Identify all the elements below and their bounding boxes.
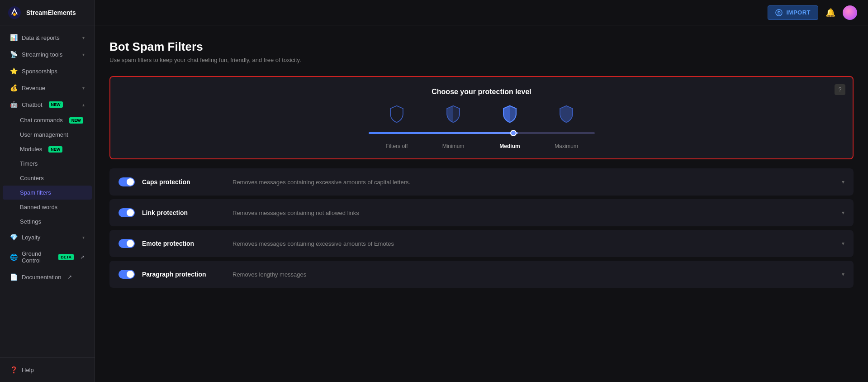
chevron-down-icon: ▾ [842,179,844,185]
topbar: IMPORT 🔔 [95,0,868,25]
svg-point-1 [13,13,16,16]
emote-protection-desc: Removes messages containing excessive am… [232,240,842,247]
coin-icon: 💰 [10,84,17,91]
chat-commands-badge: NEW [69,117,83,124]
sidebar-item-timers[interactable]: Timers [3,157,92,171]
sidebar-bottom: ❓ Help [0,357,95,382]
shield-filters-off[interactable] [388,105,406,123]
page-subtitle: Use spam filters to keep your chat feeli… [109,57,854,63]
sidebar-label-chatbot: Chatbot [22,101,43,108]
sidebar-label-modules: Modules [20,146,42,153]
protection-levels: Filters off Minimum Medium Maximum [125,105,838,149]
sidebar-label-timers: Timers [20,160,38,167]
chevron-icon: ▴ [82,102,85,107]
caps-protection-toggle[interactable] [119,177,135,186]
help-icon: ❓ [10,366,17,373]
main-content: IMPORT 🔔 Bot Spam Filters Use spam filte… [95,0,868,382]
shields-row [369,105,595,123]
paragraph-protection-toggle[interactable] [119,270,135,279]
filter-row-link[interactable]: Link protection Removes messages contain… [109,199,854,226]
link-protection-desc: Removes messages containing not allowed … [232,210,842,216]
ground-control-badge: BETA [58,254,74,260]
sidebar-item-settings[interactable]: Settings [3,215,92,229]
sidebar-label-settings: Settings [20,218,41,225]
sidebar-label-sponsorships: Sponsorships [22,68,57,75]
chevron-down-icon: ▾ [842,271,844,277]
filter-row-caps[interactable]: Caps protection Removes messages contain… [109,168,854,196]
shield-min-icon [444,105,462,123]
import-label: IMPORT [786,9,811,16]
sidebar-item-loyalty[interactable]: 💎 Loyalty ▾ [3,229,92,245]
paragraph-protection-name: Paragraph protection [142,271,232,278]
sidebar-item-spam-filters[interactable]: Spam filters [3,186,92,200]
sidebar-label-user-management: User management [20,131,68,138]
level-label-minimum: Minimum [435,143,471,149]
sidebar-label-ground-control: Ground Control [22,250,52,264]
external-link-icon: ↗ [80,254,85,260]
link-protection-name: Link protection [142,209,232,216]
sidebar-item-banned-words[interactable]: Banned words [3,200,92,214]
shield-maximum[interactable] [557,105,575,123]
loyalty-icon: 💎 [10,234,17,241]
filter-row-paragraph[interactable]: Paragraph protection Removes lengthy mes… [109,261,854,288]
sidebar-label-help: Help [22,367,34,373]
chevron-down-icon: ▾ [842,240,844,247]
level-label-filters-off: Filters off [379,143,415,149]
shield-off-icon [388,105,406,123]
sidebar-label-revenue: Revenue [22,85,45,91]
slider-thumb [510,130,517,136]
sidebar-label-chat-commands: Chat commands [20,117,63,124]
sidebar-item-sponsorships[interactable]: ⭐ Sponsorships [3,63,92,79]
sidebar-label-streaming-tools: Streaming tools [22,51,62,58]
protection-level-card: Choose your protection level [109,76,854,159]
shield-medium[interactable] [501,105,519,123]
caps-protection-name: Caps protection [142,178,232,186]
import-button[interactable]: IMPORT [768,5,818,20]
filter-row-emote[interactable]: Emote protection Removes messages contai… [109,230,854,257]
sidebar-item-data-reports[interactable]: 📊 Data & reports ▾ [3,29,92,46]
sidebar-label-counters: Counters [20,175,44,181]
chart-icon: 📊 [10,34,17,41]
link-protection-toggle[interactable] [119,208,135,217]
stream-icon: 📡 [10,51,17,58]
sidebar-item-streaming-tools[interactable]: 📡 Streaming tools ▾ [3,46,92,62]
chevron-down-icon: ▾ [842,210,844,216]
sidebar-item-chatbot[interactable]: 🤖 Chatbot NEW ▴ [3,96,92,113]
slider-fill [369,132,518,134]
sidebar-item-modules[interactable]: Modules NEW [3,142,92,156]
chevron-icon: ▾ [82,52,85,57]
emote-protection-name: Emote protection [142,240,232,247]
ground-icon: 🌐 [10,253,17,261]
shield-minimum[interactable] [444,105,462,123]
sidebar-item-ground-control[interactable]: 🌐 Ground Control BETA ↗ [3,246,92,268]
sidebar-label-documentation: Documentation [22,274,61,281]
protection-slider-container[interactable] [369,129,595,138]
paragraph-protection-desc: Removes lengthy messages [232,271,842,278]
chevron-icon: ▾ [82,86,85,91]
notification-bell-icon[interactable]: 🔔 [825,8,835,18]
sidebar-label-loyalty: Loyalty [22,234,40,241]
chatbot-badge: NEW [49,101,63,108]
sidebar-item-user-management[interactable]: User management [3,128,92,142]
upload-icon [775,9,783,16]
protection-card-title: Choose your protection level [125,88,838,96]
page-title: Bot Spam Filters [109,40,854,54]
sidebar-item-chat-commands[interactable]: Chat commands NEW [3,113,92,127]
sidebar-item-documentation[interactable]: 📄 Documentation ↗ [3,269,92,285]
emote-protection-toggle[interactable] [119,239,135,248]
external-link-icon: ↗ [67,274,72,280]
sidebar-nav: 📊 Data & reports ▾ 📡 Streaming tools ▾ ⭐… [0,25,95,357]
sidebar-item-revenue[interactable]: 💰 Revenue ▾ [3,80,92,96]
slider-track [369,132,595,134]
sidebar-item-counters[interactable]: Counters [3,171,92,185]
toggle-thumb [127,271,134,278]
shield-max-icon [557,105,575,123]
sidebar-label-spam-filters: Spam filters [20,189,51,196]
sidebar-item-help[interactable]: ❓ Help [3,362,92,378]
doc-icon: 📄 [10,273,17,281]
user-avatar[interactable] [843,5,857,20]
sidebar-label-data-reports: Data & reports [22,34,60,41]
help-button[interactable]: ? [835,84,845,95]
sidebar-logo: StreamElements [0,0,95,25]
page-content: Bot Spam Filters Use spam filters to kee… [95,25,868,382]
